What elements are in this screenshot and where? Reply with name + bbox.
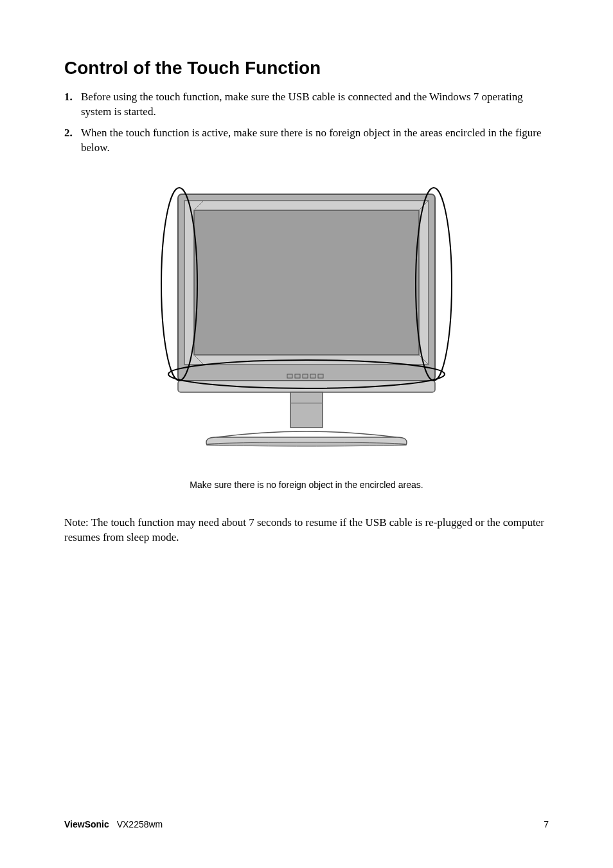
list-item: 1. Before using the touch function, make… <box>64 90 549 120</box>
note-text: Note: The touch function may need about … <box>64 516 549 545</box>
figure <box>64 181 549 467</box>
step-text: When the touch function is active, make … <box>81 126 549 156</box>
svg-rect-9 <box>295 374 300 378</box>
page-footer: ViewSonic VX2258wm 7 <box>64 819 549 829</box>
svg-rect-8 <box>287 374 292 378</box>
step-text: Before using the touch function, make su… <box>81 90 549 120</box>
monitor-illustration-icon <box>139 181 474 464</box>
svg-rect-11 <box>310 374 315 378</box>
svg-rect-13 <box>290 392 323 428</box>
list-item: 2. When the touch function is active, ma… <box>64 126 549 156</box>
svg-rect-10 <box>303 374 308 378</box>
footer-model: VX2258wm <box>117 819 163 829</box>
footer-brand-name: ViewSonic <box>64 819 109 829</box>
page-title: Control of the Touch Function <box>64 58 549 78</box>
step-number: 1. <box>64 90 81 120</box>
footer-brand: ViewSonic VX2258wm <box>64 819 163 829</box>
svg-point-15 <box>207 442 406 446</box>
page: Control of the Touch Function 1. Before … <box>0 0 613 868</box>
svg-rect-12 <box>318 374 323 378</box>
step-number: 2. <box>64 126 81 156</box>
page-number: 7 <box>544 819 549 829</box>
figure-caption: Make sure there is no foreign object in … <box>64 480 549 490</box>
svg-rect-2 <box>194 210 419 355</box>
steps-list: 1. Before using the touch function, make… <box>64 90 549 156</box>
svg-rect-7 <box>178 381 435 392</box>
